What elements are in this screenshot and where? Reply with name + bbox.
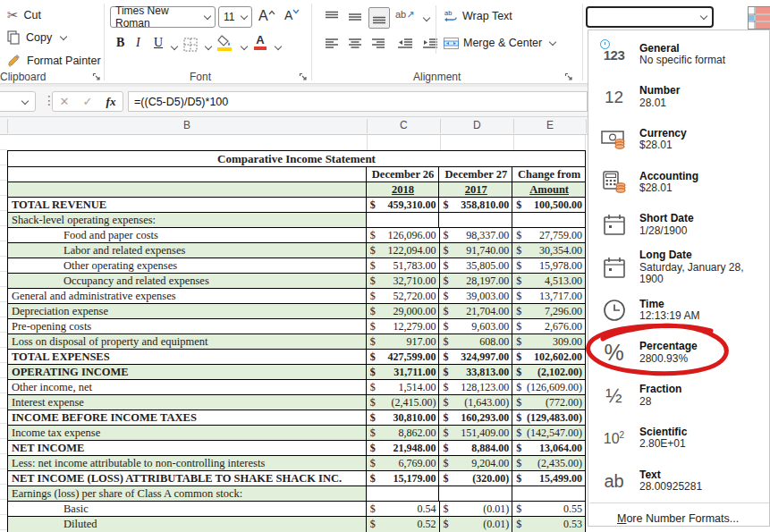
- cell-2017[interactable]: $35,805.00: [440, 258, 513, 274]
- format-option-number[interactable]: 12 Number 28.01: [588, 76, 769, 119]
- format-option-fraction[interactable]: ½ Fraction 28: [588, 375, 769, 418]
- table-row[interactable]: Labor and related expenses $122,094.00 $…: [8, 243, 585, 258]
- cell-2018[interactable]: $(2,415.00): [367, 395, 440, 410]
- number-format-combobox[interactable]: [586, 6, 714, 28]
- table-row[interactable]: Interest expense $(2,415.00) $(1,643.00)…: [8, 395, 585, 410]
- table-row[interactable]: TOTAL REVENUE $459,310.00 $358,810.00 $1…: [8, 198, 585, 213]
- underline-button[interactable]: U: [154, 36, 163, 50]
- table-subheader-row[interactable]: 2018 2017 Amount: [8, 182, 585, 198]
- cell-2017[interactable]: $(0.01): [440, 517, 513, 532]
- cell-2017[interactable]: [439, 486, 512, 502]
- table-row[interactable]: General and administrative expenses $52,…: [8, 289, 585, 304]
- cell-2017[interactable]: $151,409.00: [439, 426, 512, 441]
- cell-change[interactable]: $(126,609.00): [512, 380, 585, 395]
- cell-change[interactable]: $(129,483.00): [512, 410, 585, 426]
- cell-change[interactable]: $(772.00): [512, 395, 585, 410]
- conditional-formatting-icon[interactable]: [748, 6, 770, 30]
- cut-button[interactable]: ✂ Cut: [7, 7, 41, 23]
- cell-2018[interactable]: $0.54: [367, 502, 440, 517]
- format-option-time[interactable]: Time 12:13:19 AM: [588, 289, 769, 332]
- cell-change[interactable]: $13,064.00: [512, 441, 585, 456]
- cell-change[interactable]: $13,717.00: [512, 289, 585, 304]
- underline-chevron-icon[interactable]: [171, 43, 178, 50]
- table-row[interactable]: Income tax expense $8,862.00 $151,409.00…: [8, 426, 585, 441]
- format-option-long-date[interactable]: Long Date Saturday, January 28, 1900: [588, 247, 769, 290]
- cell-2018[interactable]: $51,783.00: [367, 258, 440, 274]
- italic-button[interactable]: I: [136, 36, 140, 50]
- align-left-button[interactable]: [322, 34, 342, 54]
- table-row[interactable]: NET INCOME $21,948.00 $8,884.00 $13,064.…: [8, 441, 585, 456]
- top-align-button[interactable]: [322, 7, 342, 27]
- column-header-c[interactable]: C: [400, 119, 408, 131]
- cell-2017[interactable]: $21,704.00: [439, 304, 512, 319]
- bold-button[interactable]: B: [116, 36, 124, 50]
- table-row[interactable]: Occupancy and related expenses $32,710.0…: [8, 274, 585, 289]
- table-row[interactable]: Shack-level operating expenses:: [8, 213, 585, 228]
- cell-2017[interactable]: $9,204.00: [439, 456, 512, 471]
- cell-2018[interactable]: $52,720.00: [367, 289, 440, 304]
- cell-2018[interactable]: $15,179.00: [367, 471, 440, 486]
- format-option-text[interactable]: ab Text 28.00925281: [588, 460, 769, 502]
- header-change[interactable]: Change from: [512, 167, 585, 182]
- cell-change[interactable]: $0.53: [512, 517, 585, 532]
- copy-button[interactable]: Copy: [7, 30, 66, 45]
- cell-2017[interactable]: $(1,643.00): [439, 395, 512, 410]
- table-row[interactable]: Other income, net $1,514.00 $128,123.00 …: [8, 380, 585, 395]
- wrap-text-button[interactable]: ab Wrap Text: [444, 9, 512, 23]
- cell-2017[interactable]: $324,997.00: [439, 350, 512, 365]
- decrease-indent-button[interactable]: [395, 34, 415, 54]
- cell-2018[interactable]: $459,310.00: [367, 198, 440, 213]
- cell-2017[interactable]: $(320.00): [439, 471, 512, 486]
- cell-2017[interactable]: $(0.01): [440, 502, 513, 517]
- cell-2017[interactable]: $98,337.00: [440, 228, 513, 243]
- middle-align-button[interactable]: [345, 7, 365, 27]
- cell-2017[interactable]: $8,884.00: [439, 441, 512, 456]
- cell-change[interactable]: $4,513.00: [512, 274, 585, 289]
- table-row[interactable]: Depreciation expense $29,000.00 $21,704.…: [8, 304, 585, 319]
- cell-change[interactable]: $2,676.00: [512, 319, 585, 334]
- table-row[interactable]: OPERATING INCOME $31,711.00 $33,813.00 $…: [8, 365, 585, 380]
- cancel-button[interactable]: ✕: [60, 95, 70, 108]
- cell-change[interactable]: [512, 486, 585, 502]
- font-dialog-launcher-icon[interactable]: [299, 72, 309, 82]
- cell-change[interactable]: [512, 213, 585, 228]
- cell-2018[interactable]: $917.00: [367, 334, 440, 350]
- cell-change[interactable]: $15,978.00: [512, 258, 585, 274]
- table-row[interactable]: Food and paper costs $126,096.00 $98,337…: [8, 228, 585, 243]
- subheader-amount[interactable]: Amount: [529, 182, 569, 197]
- cell-2017[interactable]: $28,197.00: [440, 274, 513, 289]
- header-empty-cell[interactable]: [8, 167, 367, 182]
- cell-change[interactable]: $0.55: [512, 502, 585, 517]
- cell-2018[interactable]: $126,096.00: [367, 228, 440, 243]
- cell-2017[interactable]: $39,003.00: [439, 289, 512, 304]
- bottom-align-button[interactable]: [368, 7, 390, 29]
- borders-chevron-icon[interactable]: [205, 43, 212, 50]
- fill-color-chevron-icon[interactable]: [241, 43, 248, 50]
- format-option-general[interactable]: 123 General No specific format: [588, 33, 769, 76]
- font-color-button[interactable]: A: [254, 34, 267, 50]
- cell-2018[interactable]: $1,514.00: [367, 380, 440, 395]
- cell-2018[interactable]: $427,599.00: [367, 350, 440, 365]
- merge-center-button[interactable]: Merge & Center: [444, 37, 555, 49]
- cell-change[interactable]: $102,602.00: [512, 350, 585, 365]
- cell-2017[interactable]: $9,603.00: [439, 319, 512, 334]
- cell-change[interactable]: $(2,435.00): [512, 456, 585, 471]
- column-header-d[interactable]: D: [473, 119, 481, 131]
- cell-2018[interactable]: $122,094.00: [367, 243, 440, 258]
- format-option-short-date[interactable]: Short Date 1/28/1900: [588, 204, 769, 247]
- fill-color-button[interactable]: [217, 35, 233, 51]
- table-row[interactable]: Basic $0.54 $(0.01) $0.55: [8, 502, 585, 517]
- cell-change[interactable]: $(142,547.00): [512, 426, 585, 441]
- enter-button[interactable]: ✓: [83, 95, 93, 108]
- column-header-e[interactable]: E: [546, 119, 554, 131]
- table-row[interactable]: INCOME BEFORE INCOME TAXES $30,810.00 $1…: [8, 410, 585, 426]
- cell-change[interactable]: $7,296.00: [512, 304, 585, 319]
- cell-2018[interactable]: $30,810.00: [367, 410, 440, 426]
- font-name-combobox[interactable]: Times New Roman: [110, 6, 216, 28]
- cell-change[interactable]: $30,354.00: [512, 243, 585, 258]
- increase-font-size-button[interactable]: A: [258, 8, 275, 24]
- cell-2017[interactable]: [439, 213, 512, 228]
- cell-2018[interactable]: $21,948.00: [367, 441, 440, 456]
- name-box[interactable]: [0, 91, 36, 112]
- insert-function-button[interactable]: fx: [106, 95, 116, 109]
